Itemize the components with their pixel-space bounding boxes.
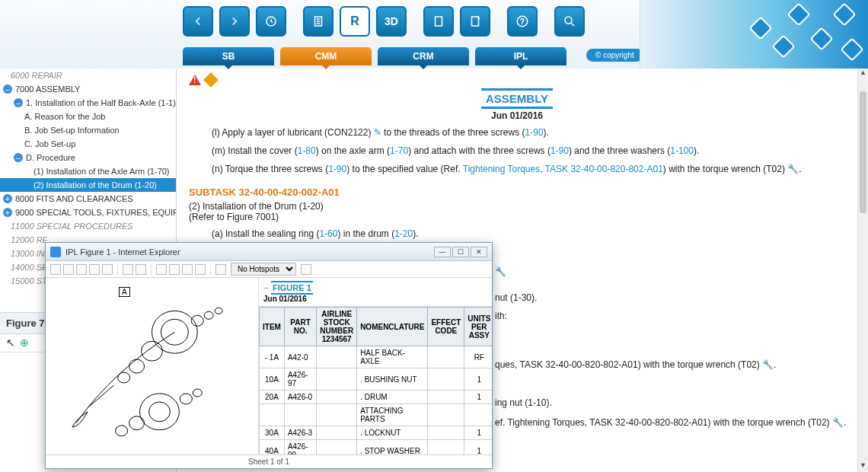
history-button[interactable] [256,6,286,37]
figure-link[interactable]: Figure 7001 [227,212,276,222]
wrench-icon[interactable]: 🔧 [762,359,774,370]
ref-link[interactable]: 1-80 [298,145,316,156]
three-d-button[interactable]: 3D [376,6,407,37]
hotspot-select[interactable]: No Hotspots [231,263,296,276]
text: ) with the torque wrench (T02) [708,417,832,428]
tree-install-drum[interactable]: (2) Installation of the Drum (1-20) [0,178,176,192]
ref-link[interactable]: 1-60 [319,228,337,239]
tree-procedure[interactable]: –D. Procedure [0,151,176,164]
zoom-in-icon[interactable]: ⊕ [20,336,29,349]
expand-icon[interactable]: + [3,208,12,217]
wrench-icon[interactable]: 🔧 [495,266,506,277]
scroll-thumb[interactable] [860,91,866,213]
tree-reason[interactable]: A. Reason for the Job [0,110,176,123]
tree-7000[interactable]: –7000 ASSEMBLY [0,82,176,96]
text: ). [694,145,699,156]
ref-link[interactable]: 1-30 [513,292,531,303]
tab-cmm[interactable]: CMM [280,47,372,65]
page-edit-button[interactable] [460,6,490,37]
table-row[interactable]: - 1AA42-0HALF BACK-AXLERF [260,346,493,368]
table-cell [260,404,285,426]
ref-link[interactable]: 1-90 [525,127,544,138]
svg-line-26 [88,385,114,408]
tab-ipl[interactable]: IPL [475,47,566,65]
zoom-in-icon[interactable] [76,264,87,275]
table-cell: 1 [464,426,492,440]
parts-table-scroll[interactable]: ITEM PART NO. AIRLINE STOCK NUMBER 12345… [259,307,492,454]
table-row[interactable]: 20AA426-0. DRUM1 [260,391,493,404]
svg-point-13 [161,319,188,345]
pencil-icon[interactable]: ✎ [374,126,381,139]
layout-2-icon[interactable] [169,264,180,275]
task-link[interactable]: Tightening Torques, TASK 32-40-00-820-80… [507,417,707,428]
pointer-icon[interactable]: ↖ [6,336,15,349]
tree-11000[interactable]: 11000 SPECIAL PROCEDURES [0,219,176,233]
illustration-pane: A [46,278,259,454]
scroll-down-icon[interactable]: ▼ [858,461,868,472]
rotate-right-icon[interactable] [136,264,146,275]
content-scrollbar[interactable]: ▲ ▼ [857,69,868,472]
layout-1-icon[interactable] [156,264,167,275]
tree-install-half-back-axle[interactable]: –1. Installation of the Half Back-Axle (… [0,96,176,110]
text: ) [276,212,279,222]
document-list-button[interactable] [303,6,333,37]
search-button[interactable] [554,6,585,37]
nav-back-button[interactable] [183,6,213,37]
exploded-view-drawing[interactable]: A [46,278,258,454]
zero-icon[interactable] [215,264,226,275]
table-cell: 1 [464,391,492,404]
page-button[interactable] [423,6,454,37]
ref-link[interactable]: 1-90 [550,145,569,156]
col-item: ITEM [260,308,285,346]
copyright-badge[interactable]: © copyright [586,49,643,62]
collapse-icon[interactable]: – [3,85,12,94]
text: ef. [495,417,507,428]
table-row[interactable]: 30AA426-3. LOCKNUT1 [260,426,493,440]
layout-3-icon[interactable] [182,264,193,275]
nav-forward-button[interactable] [219,6,250,37]
fit-icon[interactable] [102,264,113,275]
scroll-up-icon[interactable]: ▲ [858,69,868,79]
tab-crm[interactable]: CRM [378,47,469,65]
popup-status-bar: Sheet 1 of 1 [46,454,492,468]
minimize-button[interactable]: — [434,247,451,257]
view-marker: A [119,287,130,297]
task-link[interactable]: ques, TASK 32-40-00-820-802-A01 [495,359,638,370]
warning-icon[interactable] [189,75,201,85]
table-row[interactable]: ATTACHING PARTS [260,404,493,426]
tab-sb[interactable]: SB [183,47,274,65]
expand-icon[interactable]: + [3,194,12,203]
tree-install-axle-arm[interactable]: (1) Installation of the Axle Arm (1-70) [0,164,176,178]
table-cell: A426-97 [284,368,316,391]
caution-icon[interactable] [203,72,219,88]
collapse-icon[interactable]: – [14,153,23,162]
table-row[interactable]: 10AA426-97. BUSHING NUT1 [260,368,493,391]
task-link[interactable]: Tightening Torques, TASK 32-40-00-820-80… [463,164,663,174]
tree-setup-info[interactable]: B. Job Set-up Information [0,123,176,137]
ref-link[interactable]: 1-90 [328,164,346,174]
maximize-button[interactable]: ☐ [452,247,469,257]
popup-titlebar[interactable]: IPL Figure 1 - Internet Explorer — ☐ ✕ [46,243,492,261]
wrench-icon[interactable]: 🔧 [832,417,844,428]
ref-link[interactable]: 1-100 [670,145,694,156]
tree-setup[interactable]: C. Job Set-up [0,137,176,151]
hand-icon[interactable] [63,264,74,275]
pointer-icon[interactable] [50,264,61,275]
collapse-icon[interactable]: – [14,98,23,107]
tree-6000[interactable]: 6000 REPAIR [0,69,176,82]
help-button[interactable]: ? [507,6,538,37]
close-button[interactable]: ✕ [471,247,487,257]
revision-button[interactable]: R [340,6,370,37]
tree-8000[interactable]: +8000 FITS AND CLEARANCES [0,192,176,206]
zoom-out-icon[interactable] [89,264,100,275]
wrench-icon[interactable]: 🔧 [787,162,799,176]
rotate-left-icon[interactable] [123,264,133,275]
ref-link[interactable]: 1-10 [528,397,546,408]
print-icon[interactable] [301,264,311,275]
ref-link[interactable]: 1-70 [390,145,408,156]
svg-point-10 [565,17,572,24]
layout-4-icon[interactable] [195,264,206,275]
table-row[interactable]: 40AA426-99. STOP WASHER1 [260,440,493,455]
ref-link[interactable]: 1-20 [394,228,413,239]
tree-9000[interactable]: +9000 SPECIAL TOOLS, FIXTURES, EQUIPMENT… [0,206,176,219]
